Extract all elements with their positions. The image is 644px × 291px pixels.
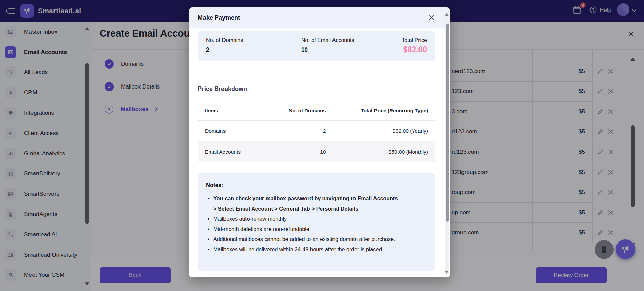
modal-scrollbar[interactable]: [446, 24, 449, 222]
summary-domains: No. of Domains 2: [206, 37, 243, 53]
price-cell: $32.00 (Yearly): [326, 128, 435, 134]
notes-heading: Notes:: [206, 182, 427, 188]
notes-panel: Notes: You can check your mailbox passwo…: [198, 173, 435, 271]
note-item: You can check your mailbox password by n…: [206, 194, 402, 214]
make-payment-modal: Make Payment No. of Domains 2 No. of Ema…: [189, 7, 450, 277]
app-window: Smartlead.ai 3 Help Master Inbox Email: [0, 0, 644, 291]
order-summary-card: No. of Domains 2 No. of Email Accounts 1…: [198, 31, 435, 61]
modal-title: Make Payment: [198, 14, 240, 21]
price-breakdown-table: Items No. of Domains Total Price (Recurr…: [198, 100, 435, 162]
total-price-value: $82.00: [402, 45, 427, 54]
modal-header: Make Payment: [189, 7, 450, 28]
price-cell: $50.00 (Monthly): [326, 149, 435, 155]
total-price-label: Total Price: [402, 37, 427, 43]
close-icon[interactable]: [429, 15, 434, 21]
summary-total: Total Price $82.00: [402, 37, 427, 54]
count-cell: 2: [281, 128, 326, 134]
modal-scroll-up-icon[interactable]: [445, 13, 449, 16]
item-cell: Domains: [198, 128, 281, 134]
note-item: Mailboxes auto-renew monthly.: [206, 214, 427, 224]
table-header-row: Items No. of Domains Total Price (Recurr…: [198, 100, 435, 121]
note-item: Mailboxes will be delivered within 24-48…: [206, 245, 427, 255]
notes-list: You can check your mailbox password by n…: [206, 194, 427, 255]
header-no-of-domains: No. of Domains: [281, 108, 326, 113]
summary-accounts: No. of Email Accounts 10: [301, 37, 355, 53]
header-items: Items: [198, 108, 281, 113]
table-row: Domains 2 $32.00 (Yearly): [198, 121, 435, 141]
table-row: Email Accounts 10 $50.00 (Monthly): [198, 141, 435, 162]
header-total-price: Total Price (Recurring Type): [326, 108, 435, 113]
modal-scroll-down-icon[interactable]: [445, 271, 449, 274]
price-breakdown-heading: Price Breakdown: [198, 85, 247, 93]
note-item: Additional mailboxes cannot be added to …: [206, 234, 427, 245]
accounts-value: 10: [301, 46, 355, 53]
note-item: Mid-month deletions are non-refundable.: [206, 224, 427, 234]
accounts-label: No. of Email Accounts: [301, 37, 355, 43]
domains-value: 2: [206, 46, 243, 53]
count-cell: 10: [281, 149, 326, 155]
domains-label: No. of Domains: [206, 37, 243, 43]
item-cell: Email Accounts: [198, 149, 281, 155]
